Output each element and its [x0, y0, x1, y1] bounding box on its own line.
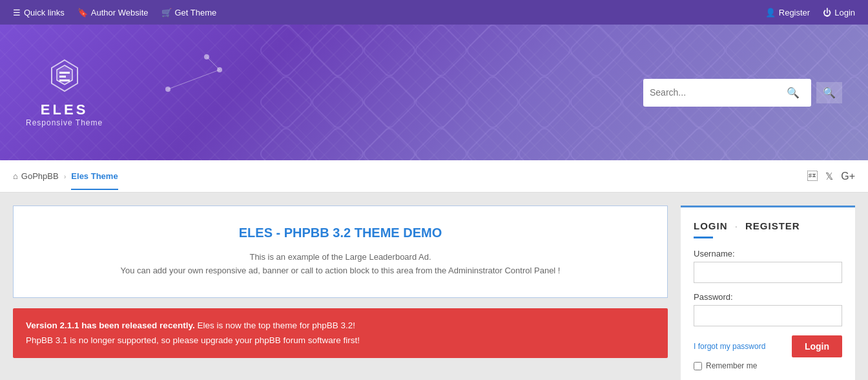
forgot-password-link[interactable]: I forgot my password [694, 342, 765, 351]
login-title-register: REGISTER [745, 220, 800, 231]
breadcrumb-active: Eles Theme [71, 171, 118, 190]
username-group: Username: [694, 249, 842, 283]
ad-title: ELES - PHPBB 3.2 THEME DEMO [26, 226, 654, 240]
quick-links-link[interactable]: ☰ Quick links [13, 8, 65, 17]
remember-row: Remember me [694, 361, 842, 370]
googleplus-icon[interactable]: G+ [841, 171, 855, 182]
theme-icon: 🛒 [161, 8, 172, 17]
sidebar: LOGIN · REGISTER Username: Password: I f… [681, 206, 855, 380]
ad-banner: ELES - PHPBB 3.2 THEME DEMO This is an e… [13, 206, 668, 298]
top-bar: ☰ Quick links 🔖 Author Website 🛒 Get The… [0, 0, 868, 25]
register-label: Register [779, 8, 810, 17]
advanced-search-button[interactable]: 🔍 [816, 82, 842, 103]
power-icon: ⏻ [823, 8, 831, 17]
username-label: Username: [694, 249, 842, 259]
login-button[interactable]: Login [792, 335, 842, 357]
menu-icon: ☰ [13, 8, 21, 17]
ad-desc2: You can add your own responsive ad, bann… [26, 264, 654, 278]
ad-title-before: ELES - PHPBB [239, 226, 333, 240]
remember-me-label: Remember me [706, 361, 757, 370]
svg-marker-6 [57, 65, 72, 85]
get-theme-label: Get Theme [175, 8, 217, 17]
ad-description: This is an example of the Large Leaderbo… [26, 251, 654, 278]
search-box: 🔍 [643, 79, 811, 107]
search-button[interactable]: 🔍 [781, 83, 805, 103]
svg-rect-9 [59, 79, 70, 81]
alert-bold: Version 2.1.1 has been released recently… [26, 321, 195, 330]
logo-icon [44, 58, 85, 99]
password-group: Password: [694, 292, 842, 326]
bookmark-icon: 🔖 [78, 8, 88, 17]
search-input[interactable] [650, 87, 781, 98]
facebook-icon[interactable]:  [807, 171, 818, 182]
breadcrumb-home-link[interactable]: ⌂ GoPhpBB [13, 171, 59, 181]
content-area: ELES - PHPBB 3.2 THEME DEMO This is an e… [13, 206, 668, 358]
top-bar-left: ☰ Quick links 🔖 Author Website 🛒 Get The… [13, 8, 216, 17]
ad-desc1: This is an example of the Large Leaderbo… [26, 251, 654, 264]
login-label: Login [834, 8, 855, 17]
svg-rect-8 [59, 76, 66, 78]
header-banner: ELES Responsive Theme 🔍 🔍 [0, 25, 868, 160]
decorative-dots [155, 50, 232, 128]
login-link[interactable]: ⏻ Login [823, 8, 855, 17]
quick-links-label: Quick links [24, 8, 65, 17]
get-theme-link[interactable]: 🛒 Get Theme [161, 8, 217, 17]
register-link[interactable]: 👤 Register [765, 8, 810, 17]
forgot-row: I forgot my password Login [694, 335, 842, 357]
login-title-dot: · [735, 220, 738, 231]
breadcrumb-home-label: GoPhpBB [21, 171, 59, 181]
author-website-link[interactable]: 🔖 Author Website [78, 8, 149, 17]
password-label: Password: [694, 292, 842, 302]
password-input[interactable] [694, 305, 842, 326]
logo-subtitle: Responsive Theme [26, 118, 103, 127]
breadcrumb-bar: ⌂ GoPhpBB › Eles Theme  𝕏 G+ [0, 160, 868, 193]
alert-text: Eles is now the top theme for phpBB 3.2! [195, 321, 355, 330]
logo-area: ELES Responsive Theme [26, 58, 103, 127]
svg-line-4 [168, 70, 220, 89]
logo-text: ELES [41, 101, 88, 118]
ad-title-after: THEME DEMO [351, 226, 442, 240]
login-box: LOGIN · REGISTER Username: Password: I f… [681, 206, 855, 380]
breadcrumb-separator: › [64, 173, 67, 180]
alert-box: Version 2.1.1 has been released recently… [13, 308, 668, 359]
breadcrumb: ⌂ GoPhpBB › Eles Theme [13, 171, 118, 181]
login-title: LOGIN · REGISTER [694, 220, 842, 238]
register-icon: 👤 [765, 8, 776, 17]
main-layout: ELES - PHPBB 3.2 THEME DEMO This is an e… [0, 193, 868, 380]
svg-rect-7 [59, 72, 70, 74]
alert-line2: PhpBB 3.1 is no longer supported, so ple… [26, 335, 360, 345]
search-area: 🔍 🔍 [643, 79, 842, 107]
twitter-icon[interactable]: 𝕏 [825, 171, 833, 182]
home-icon: ⌂ [13, 171, 18, 181]
login-title-login: LOGIN [694, 220, 728, 231]
top-bar-right: 👤 Register ⏻ Login [765, 8, 855, 17]
social-icons:  𝕏 G+ [807, 171, 855, 182]
username-input[interactable] [694, 262, 842, 283]
remember-me-checkbox[interactable] [694, 362, 702, 370]
author-website-label: Author Website [91, 8, 149, 17]
svg-line-3 [207, 57, 220, 70]
ad-title-version: 3.2 [333, 226, 351, 240]
